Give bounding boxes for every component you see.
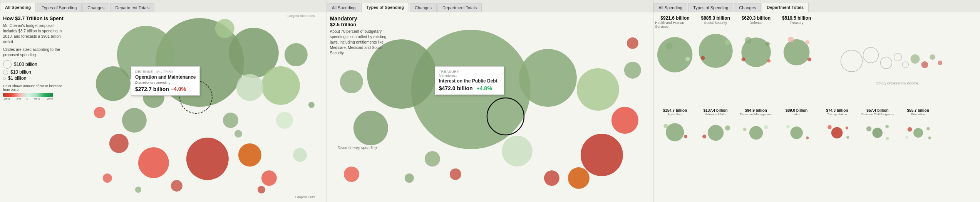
dept-lab-svg[interactable] — [777, 117, 816, 148]
tab-bar-2: All Spending Types of Spending Changes D… — [327, 0, 653, 12]
dept-agr-name: Agriculture — [668, 113, 682, 116]
tab-all-spending-1[interactable]: All Spending — [0, 3, 36, 12]
dept-trans-amount: $74.3 billion — [826, 108, 848, 113]
dept-ss-amount: $885.3 billion — [701, 15, 730, 21]
mandatory-title: Mandatory — [330, 15, 392, 22]
dept-trans-svg[interactable] — [817, 117, 857, 148]
panel2-content: Mandatory $2.5 trillion About 70 percent… — [327, 12, 653, 202]
bubble-sc-5[interactable] — [627, 37, 638, 49]
svg-point-42 — [886, 125, 889, 128]
bubble-sm-1[interactable] — [285, 43, 308, 66]
legend-100b: $100 billion — [3, 60, 67, 69]
dept-misc-svg[interactable] — [817, 36, 978, 86]
dept-agr-svg[interactable] — [655, 117, 695, 148]
color-label-p25: +25% — [45, 97, 53, 101]
dept-def-svg[interactable] — [736, 26, 776, 76]
tab-all-spending-2[interactable]: All Spending — [327, 3, 361, 12]
tab-types-3[interactable]: Types of Spending — [688, 3, 733, 12]
tab-all-spending-3[interactable]: All Spending — [653, 3, 687, 12]
svg-point-14 — [807, 57, 811, 61]
bubble-red-med[interactable] — [138, 147, 169, 178]
bubble-red-2-4[interactable] — [544, 170, 560, 186]
svg-point-8 — [765, 42, 770, 46]
dept-defense: $620.3 billion Defense — [736, 14, 776, 107]
dept-hhs: $921.6 billion Health and Human Services — [655, 14, 695, 107]
dept-defc-svg[interactable] — [858, 117, 897, 148]
svg-point-24 — [666, 123, 684, 141]
dept-ss-name: Social Security — [704, 21, 727, 25]
bubble-sm-2[interactable] — [215, 19, 235, 38]
bubble-m4[interactable] — [577, 68, 619, 111]
tab-types-2[interactable]: Types of Spending — [361, 3, 409, 12]
dept-pers-name: Personnel Management — [740, 113, 772, 116]
tooltip-label-2: TREASURY — [439, 70, 500, 74]
legend-10b: $10 billion — [3, 69, 67, 75]
svg-point-21 — [921, 61, 928, 68]
tooltip-subtitle-1: Discretionary spending — [135, 81, 196, 84]
bubble-bottom-left[interactable] — [344, 167, 359, 182]
bubble-m5[interactable] — [353, 111, 388, 145]
bubble-red-2-3[interactable] — [568, 167, 590, 189]
dept-treasury: $519.5 billion Treasury — [777, 14, 816, 107]
bubble-sc-1[interactable] — [425, 151, 440, 167]
bubble-red-2-1[interactable] — [581, 134, 623, 176]
tooltip-value-2: $472.0 billion +4.8% — [439, 85, 500, 91]
bubble-mid-3[interactable] — [293, 148, 307, 162]
bubble-left-sm[interactable] — [340, 70, 363, 93]
bubble-xs-4[interactable] — [135, 187, 141, 193]
bubble-red-large[interactable] — [186, 138, 229, 180]
bubble-red-sm[interactable] — [238, 143, 261, 167]
color-labels: -25% -5% 0 +5% +25% — [3, 97, 53, 101]
tab-changes-2[interactable]: Changes — [410, 3, 437, 12]
dept-va-svg[interactable] — [696, 117, 735, 148]
bubble-mid-2[interactable] — [223, 113, 238, 128]
bubble-red-2-2[interactable] — [611, 107, 638, 134]
largest-increases-label: Largest Increases — [287, 14, 315, 18]
bubble-med-2[interactable] — [96, 66, 131, 101]
svg-point-32 — [743, 128, 746, 131]
svg-point-47 — [905, 136, 908, 139]
bubble-sm-5[interactable] — [276, 112, 293, 129]
bubble-mid-red[interactable] — [94, 107, 106, 118]
tab-changes-3[interactable]: Changes — [734, 3, 761, 12]
dept-personnel: $94.9 billion Personnel Management — [736, 108, 776, 200]
tooltip-value-1: $272.7 billion −4.0% — [135, 86, 196, 92]
bubble-xs-5[interactable] — [258, 186, 265, 194]
panel3-content: $921.6 billion Health and Human Services… — [653, 12, 980, 202]
dept-hhs-svg[interactable] — [655, 30, 695, 80]
tab-types-1[interactable]: Types of Spending — [37, 3, 82, 12]
svg-point-46 — [926, 127, 930, 131]
bubble-xs-2[interactable] — [308, 102, 315, 108]
bubble-red-xs[interactable] — [171, 180, 183, 192]
bubble-xs-3[interactable] — [103, 173, 112, 183]
svg-point-44 — [913, 128, 923, 138]
bubble-mid-green[interactable] — [122, 108, 147, 133]
bubble-m3[interactable] — [519, 49, 577, 107]
dept-edu-svg[interactable] — [898, 117, 938, 148]
bubble-sc-2[interactable] — [450, 168, 461, 180]
dept-grid: $921.6 billion Health and Human Services… — [653, 12, 980, 202]
color-label-n25: -25% — [3, 97, 10, 101]
bubble-xs-1[interactable] — [235, 130, 242, 138]
bubble-sc-4[interactable] — [624, 62, 641, 79]
svg-point-34 — [786, 125, 790, 128]
tab-dept-1[interactable]: Department Totals — [110, 3, 154, 12]
bubble-sc-3[interactable] — [405, 173, 414, 183]
bubble-red-sm3[interactable] — [261, 170, 277, 186]
svg-point-4 — [725, 40, 730, 45]
bubble-med-1[interactable] — [261, 66, 300, 105]
svg-point-37 — [828, 125, 831, 129]
dept-pers-svg[interactable] — [736, 117, 776, 148]
tab-bar-1: All Spending Types of Spending Changes D… — [0, 0, 327, 12]
svg-point-17 — [881, 57, 892, 69]
dept-ss-svg[interactable] — [696, 26, 735, 76]
tab-changes-1[interactable]: Changes — [82, 3, 109, 12]
dept-def-amount: $620.3 billion — [742, 15, 771, 21]
dept-agriculture: $154.7 billion Agriculture — [655, 108, 695, 200]
bubble-red-sm2[interactable] — [109, 134, 129, 153]
tab-dept-2[interactable]: Department Totals — [437, 3, 482, 12]
tab-dept-3[interactable]: Department Totals — [762, 3, 809, 12]
bubble-sm-3[interactable] — [236, 74, 263, 101]
dept-treas-svg[interactable] — [777, 26, 816, 76]
bubble-m6[interactable] — [502, 136, 533, 167]
